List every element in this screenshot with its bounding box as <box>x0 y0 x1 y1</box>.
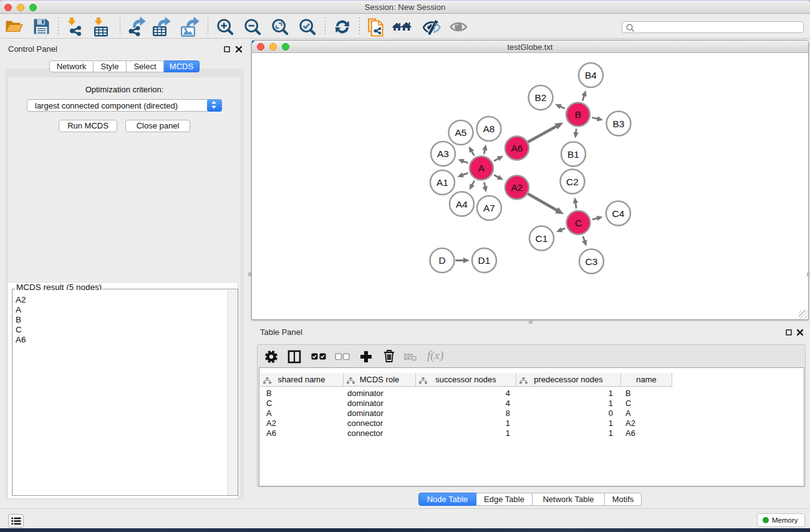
svg-text:C1: C1 <box>536 233 548 244</box>
svg-text:B2: B2 <box>535 92 547 103</box>
svg-text:D: D <box>438 255 445 266</box>
svg-text:A2: A2 <box>511 182 523 193</box>
svg-text:A4: A4 <box>456 199 468 210</box>
svg-text:C: C <box>575 218 582 228</box>
svg-text:D1: D1 <box>478 255 491 266</box>
svg-text:A6: A6 <box>511 143 523 153</box>
svg-text:B4: B4 <box>585 70 597 80</box>
svg-text:A7: A7 <box>483 203 495 213</box>
svg-text:A8: A8 <box>483 123 495 134</box>
svg-text:A3: A3 <box>437 148 449 159</box>
svg-text:C4: C4 <box>612 208 625 219</box>
svg-text:C2: C2 <box>566 177 579 187</box>
svg-text:B3: B3 <box>613 118 625 129</box>
svg-text:A1: A1 <box>436 177 448 188</box>
svg-text:A5: A5 <box>455 127 467 138</box>
svg-text:C3: C3 <box>586 256 598 267</box>
svg-text:B1: B1 <box>567 149 579 160</box>
svg-text:A: A <box>478 163 485 173</box>
svg-text:B: B <box>575 109 581 120</box>
